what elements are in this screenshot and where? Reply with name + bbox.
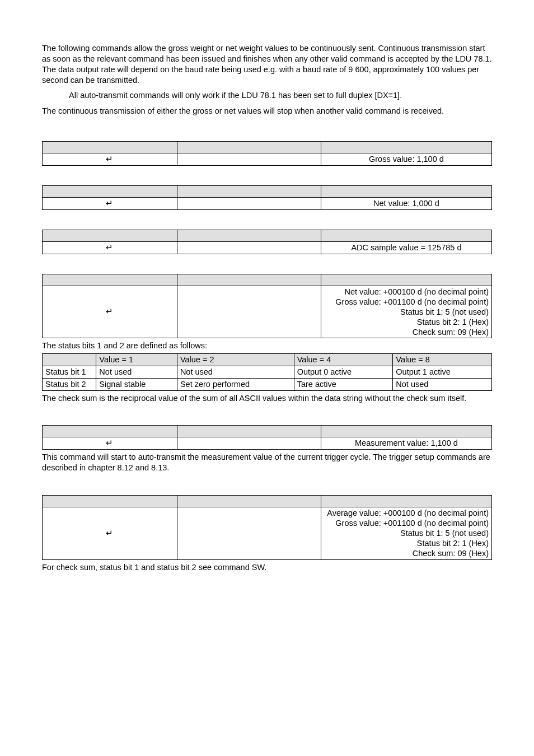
average-response-line-3: Status bit 1: 5 (not used) (324, 528, 489, 538)
gross-value-table: ↵ Gross value: 1,100 d (42, 141, 492, 166)
cmd-glyph: ↵ (43, 507, 177, 559)
status-response-line-5: Check sum: 09 (Hex) (324, 327, 489, 337)
cmd-glyph: ↵ (43, 197, 177, 209)
intro-paragraph-2: All auto-transmit commands will only wor… (69, 90, 492, 101)
adc-value-table: ↵ ADC sample value = 125785 d (42, 230, 492, 254)
status-response-line-1: Net value: +000100 d (no decimal point) (324, 287, 489, 297)
cmd-glyph: ↵ (43, 286, 177, 338)
status-response-line-3: Status bit 1: 5 (not used) (324, 307, 489, 317)
table-row: Status bit 1 Not used Not used Output 0 … (43, 366, 492, 378)
intro-paragraph-3: The continuous transmission of either th… (42, 106, 492, 116)
cmd-glyph: ↵ (43, 437, 177, 450)
gross-value-response: Gross value: 1,100 d (321, 153, 491, 166)
status-response-line-2: Gross value: +001100 d (no decimal point… (324, 297, 489, 307)
status-response-table: ↵ Net value: +000100 d (no decimal point… (42, 274, 492, 339)
status-header-2: Value = 2 (177, 354, 294, 366)
cmd-glyph: ↵ (43, 241, 177, 254)
table-row: Status bit 2 Signal stable Set zero perf… (43, 378, 492, 390)
status-header-1: Value = 1 (96, 354, 177, 366)
measurement-value-response: Measurement value: 1,100 d (321, 437, 491, 450)
measurement-value-table: ↵ Measurement value: 1,100 d (42, 425, 492, 450)
status-header-3: Value = 4 (294, 354, 393, 366)
cmd-glyph: ↵ (43, 153, 177, 166)
average-response-line-2: Gross value: +001100 d (no decimal point… (324, 518, 489, 528)
trigger-note: This command will start to auto-transmit… (42, 452, 492, 473)
intro-paragraph-1: The following commands allow the gross w… (42, 43, 492, 85)
net-value-response: Net value: 1,000 d (321, 197, 491, 209)
net-value-table: ↵ Net value: 1,000 d (42, 185, 492, 210)
adc-value-response: ADC sample value = 125785 d (321, 241, 491, 254)
average-response-line-5: Check sum: 09 (Hex) (324, 548, 489, 558)
status-bits-intro: The status bits 1 and 2 are defined as f… (42, 340, 492, 351)
average-response-table: ↵ Average value: +000100 d (no decimal p… (42, 495, 492, 560)
average-response-line-1: Average value: +000100 d (no decimal poi… (324, 508, 489, 518)
status-bits-table: Value = 1 Value = 2 Value = 4 Value = 8 … (42, 353, 492, 391)
checksum-note: The check sum is the reciprocal value of… (42, 393, 492, 404)
average-response-line-4: Status bit 2: 1 (Hex) (324, 538, 489, 548)
status-response-line-4: Status bit 2: 1 (Hex) (324, 317, 489, 327)
status-header-4: Value = 8 (393, 354, 492, 366)
footer-note: For check sum, status bit 1 and status b… (42, 562, 492, 573)
